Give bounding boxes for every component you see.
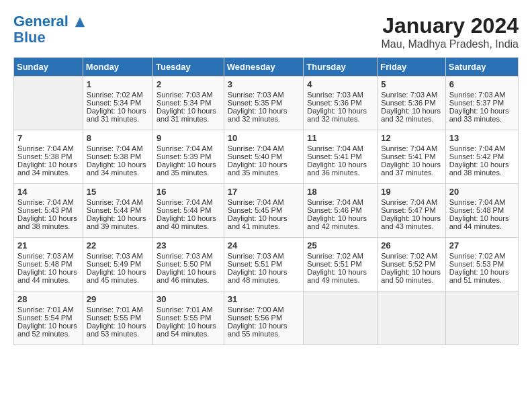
daylight-text: Daylight: 10 hours and 32 minutes. xyxy=(381,107,441,123)
day-cell: 12Sunrise: 7:04 AMSunset: 5:41 PMDayligh… xyxy=(378,130,445,184)
sunrise-text: Sunrise: 7:03 AM xyxy=(449,91,506,99)
main-title: January 2024 xyxy=(381,13,519,38)
day-number: 17 xyxy=(228,187,300,197)
day-cell: 10Sunrise: 7:04 AMSunset: 5:40 PMDayligh… xyxy=(224,130,303,184)
day-number: 30 xyxy=(157,294,220,304)
day-number: 20 xyxy=(449,187,515,197)
daylight-text: Daylight: 10 hours and 52 minutes. xyxy=(17,322,77,338)
sunrise-text: Sunrise: 7:01 AM xyxy=(17,306,74,314)
sunset-text: Sunset: 5:45 PM xyxy=(228,206,282,214)
day-cell xyxy=(304,291,378,345)
sunset-text: Sunset: 5:48 PM xyxy=(17,260,72,268)
day-cell xyxy=(378,291,445,345)
sunrise-text: Sunrise: 7:04 AM xyxy=(381,144,437,152)
day-cell: 27Sunrise: 7:02 AMSunset: 5:53 PMDayligh… xyxy=(445,238,518,291)
day-number: 6 xyxy=(449,79,515,89)
day-number: 28 xyxy=(17,294,79,304)
sunset-text: Sunset: 5:53 PM xyxy=(449,260,504,268)
daylight-text: Daylight: 10 hours and 34 minutes. xyxy=(87,161,146,177)
logo-text: General Blue xyxy=(13,13,86,46)
day-cell xyxy=(14,77,83,130)
daylight-text: Daylight: 10 hours and 50 minutes. xyxy=(381,268,441,284)
sunset-text: Sunset: 5:35 PM xyxy=(228,99,282,107)
day-cell: 31Sunrise: 7:00 AMSunset: 5:56 PMDayligh… xyxy=(224,291,303,345)
sunset-text: Sunset: 5:50 PM xyxy=(157,260,211,268)
daylight-text: Daylight: 10 hours and 46 minutes. xyxy=(157,268,216,284)
sunset-text: Sunset: 5:41 PM xyxy=(307,152,361,161)
day-number: 7 xyxy=(17,133,79,143)
week-row-2: 7Sunrise: 7:04 AMSunset: 5:38 PMDaylight… xyxy=(14,130,519,184)
day-cell: 5Sunrise: 7:03 AMSunset: 5:36 PMDaylight… xyxy=(378,77,445,130)
day-number: 23 xyxy=(157,240,220,250)
sunrise-text: Sunrise: 7:04 AM xyxy=(381,198,437,206)
day-number: 27 xyxy=(449,240,515,250)
daylight-text: Daylight: 10 hours and 35 minutes. xyxy=(157,161,216,177)
day-cell: 6Sunrise: 7:03 AMSunset: 5:37 PMDaylight… xyxy=(445,77,518,130)
day-number: 5 xyxy=(381,79,441,89)
title-area: January 2024 Mau, Madhya Pradesh, India xyxy=(381,13,519,50)
sunrise-text: Sunrise: 7:04 AM xyxy=(87,144,143,152)
sunset-text: Sunset: 5:51 PM xyxy=(307,260,361,268)
day-cell: 20Sunrise: 7:04 AMSunset: 5:48 PMDayligh… xyxy=(445,184,518,238)
week-row-3: 14Sunrise: 7:04 AMSunset: 5:43 PMDayligh… xyxy=(14,184,519,238)
col-header-friday: Friday xyxy=(378,58,445,77)
daylight-text: Daylight: 10 hours and 43 minutes. xyxy=(381,214,441,230)
day-number: 8 xyxy=(87,133,149,143)
col-header-monday: Monday xyxy=(83,58,152,77)
sunset-text: Sunset: 5:41 PM xyxy=(381,152,435,161)
logo: General Blue xyxy=(13,13,86,46)
sunrise-text: Sunrise: 7:04 AM xyxy=(307,144,363,152)
daylight-text: Daylight: 10 hours and 55 minutes. xyxy=(228,322,287,338)
sunrise-text: Sunrise: 7:00 AM xyxy=(228,306,284,314)
day-cell: 30Sunrise: 7:01 AMSunset: 5:55 PMDayligh… xyxy=(152,291,224,345)
sunset-text: Sunset: 5:38 PM xyxy=(17,152,72,161)
sunrise-text: Sunrise: 7:03 AM xyxy=(307,91,363,99)
daylight-text: Daylight: 10 hours and 31 minutes. xyxy=(87,107,146,123)
sunrise-text: Sunrise: 7:03 AM xyxy=(87,252,143,260)
week-row-1: 1Sunrise: 7:02 AMSunset: 5:34 PMDaylight… xyxy=(14,77,519,130)
sunrise-text: Sunrise: 7:01 AM xyxy=(157,306,213,314)
day-number: 25 xyxy=(307,240,373,250)
daylight-text: Daylight: 10 hours and 44 minutes. xyxy=(449,214,509,230)
day-number: 13 xyxy=(449,133,515,143)
day-number: 18 xyxy=(307,187,373,197)
day-number: 19 xyxy=(381,187,441,197)
subtitle: Mau, Madhya Pradesh, India xyxy=(381,38,519,50)
sunset-text: Sunset: 5:49 PM xyxy=(87,260,141,268)
day-cell: 7Sunrise: 7:04 AMSunset: 5:38 PMDaylight… xyxy=(14,130,83,184)
sunset-text: Sunset: 5:55 PM xyxy=(157,314,211,322)
header-row: SundayMondayTuesdayWednesdayThursdayFrid… xyxy=(14,58,519,77)
day-number: 26 xyxy=(381,240,441,250)
sunset-text: Sunset: 5:44 PM xyxy=(157,206,211,214)
day-cell: 17Sunrise: 7:04 AMSunset: 5:45 PMDayligh… xyxy=(224,184,303,238)
sunset-text: Sunset: 5:40 PM xyxy=(228,152,282,161)
daylight-text: Daylight: 10 hours and 45 minutes. xyxy=(87,268,146,284)
sunrise-text: Sunrise: 7:03 AM xyxy=(17,252,74,260)
daylight-text: Daylight: 10 hours and 38 minutes. xyxy=(17,214,77,230)
daylight-text: Daylight: 10 hours and 36 minutes. xyxy=(307,161,367,177)
col-header-wednesday: Wednesday xyxy=(224,58,303,77)
day-cell: 4Sunrise: 7:03 AMSunset: 5:36 PMDaylight… xyxy=(304,77,378,130)
sunset-text: Sunset: 5:42 PM xyxy=(449,152,504,161)
col-header-tuesday: Tuesday xyxy=(152,58,224,77)
sunset-text: Sunset: 5:37 PM xyxy=(449,99,504,107)
day-number: 2 xyxy=(157,79,220,89)
daylight-text: Daylight: 10 hours and 41 minutes. xyxy=(228,214,287,230)
svg-marker-0 xyxy=(75,17,85,27)
sunrise-text: Sunrise: 7:04 AM xyxy=(228,198,284,206)
sunset-text: Sunset: 5:43 PM xyxy=(17,206,72,214)
col-header-sunday: Sunday xyxy=(14,58,83,77)
daylight-text: Daylight: 10 hours and 38 minutes. xyxy=(449,161,509,177)
day-number: 29 xyxy=(87,294,149,304)
sunset-text: Sunset: 5:54 PM xyxy=(17,314,72,322)
day-cell: 28Sunrise: 7:01 AMSunset: 5:54 PMDayligh… xyxy=(14,291,83,345)
sunset-text: Sunset: 5:36 PM xyxy=(307,99,361,107)
daylight-text: Daylight: 10 hours and 44 minutes. xyxy=(17,268,77,284)
day-number: 24 xyxy=(228,240,300,250)
sunrise-text: Sunrise: 7:04 AM xyxy=(157,198,213,206)
day-cell: 21Sunrise: 7:03 AMSunset: 5:48 PMDayligh… xyxy=(14,238,83,291)
sunrise-text: Sunrise: 7:03 AM xyxy=(228,252,284,260)
day-number: 11 xyxy=(307,133,373,143)
sunset-text: Sunset: 5:55 PM xyxy=(87,314,141,322)
daylight-text: Daylight: 10 hours and 37 minutes. xyxy=(381,161,441,177)
